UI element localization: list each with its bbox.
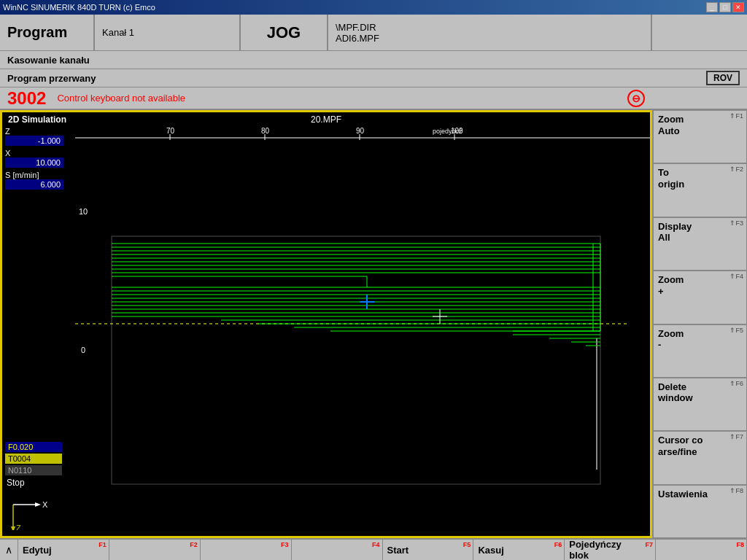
jog-label: JOG: [241, 15, 328, 50]
fkey-delete-window[interactable]: ⇑F6 Deletewindow: [653, 378, 747, 431]
toolbar-arrow-left[interactable]: ∧: [0, 540, 18, 560]
simulation-panel: 2D Simulation 20.MPF Z -1.000 X 10.000 S…: [0, 110, 652, 538]
t-indicator: T0004: [5, 454, 62, 464]
f8-fkey: F8: [736, 541, 744, 548]
f3-fkey: F3: [281, 541, 289, 548]
kasuj-fkey: F6: [554, 541, 562, 548]
fkey-ustawienia[interactable]: ⇑F8 Ustawienia: [653, 485, 747, 538]
coord-x-group: X 10.000: [2, 149, 75, 168]
edytuj-fkey: F1: [98, 541, 107, 548]
right-panel: ⇑F1 ZoomAuto ⇑F2 Toorigin ⇑F3 DisplayAll…: [652, 110, 747, 538]
bottom-indicators: F0.020 T0004 N0110 Stop: [5, 442, 62, 489]
n-indicator: N0110: [5, 465, 62, 475]
scale-ruler: 70 80 90 pojedyńcź 100: [75, 127, 650, 141]
status-rows: Kasowanie kanału Program przerwany ROV: [0, 51, 747, 88]
fkey-zoom-minus[interactable]: ⇑F5 Zoom-: [653, 324, 747, 378]
svg-text:Z: Z: [16, 524, 21, 530]
toolbar-f3[interactable]: F3: [201, 540, 292, 560]
pojedynczy-label: Pojedyńczyblok: [569, 539, 622, 560]
z-label: Z: [2, 127, 75, 136]
kanal-label: Kanał 1: [95, 15, 241, 50]
close-button[interactable]: ✕: [732, 2, 744, 12]
title-bar-buttons: _ □ ✕: [706, 2, 744, 12]
s-value: 6.000: [5, 179, 63, 190]
fkey-display-all[interactable]: ⇑F3 DisplayAll: [653, 217, 747, 271]
error-row: 3002 Control keyboard not available ⊖: [0, 88, 747, 109]
svg-text:X: X: [42, 500, 48, 509]
bottom-toolbar: ∧ Edytuj F1 F2 F3 F4 Start F5 Kasuj F6 P…: [0, 538, 747, 560]
svg-text:70: 70: [166, 127, 175, 135]
stop-label: Stop: [5, 477, 62, 489]
start-fkey: F5: [463, 541, 471, 548]
fkey-shortcut-4: ⇑F4: [729, 273, 743, 280]
y-label-0: 0: [81, 346, 85, 354]
toolbar-kasuj[interactable]: Kasuj F6: [473, 540, 565, 560]
title-bar: WinNC SINUMERIK 840D TURN (c) Emco _ □ ✕: [0, 0, 747, 15]
coord-s-group: S [m/min] 6.000: [2, 171, 75, 190]
coords-overlay: Z -1.000 X 10.000 S [m/min] 6.000: [2, 127, 75, 192]
z-value: -1.000: [5, 136, 63, 146]
minimize-button[interactable]: _: [706, 2, 718, 12]
f4-fkey: F4: [372, 541, 380, 548]
fkey-zoom-plus[interactable]: ⇑F4 Zoom+: [653, 271, 747, 324]
svg-text:90: 90: [356, 127, 365, 135]
status-przerwany: Program przerwany: [7, 73, 96, 84]
s-label: S [m/min]: [2, 171, 75, 179]
error-text: Control keyboard not available: [57, 93, 185, 104]
simulation-svg: [75, 141, 650, 492]
window-title: WinNC SINUMERIK 840D TURN (c) Emco: [3, 3, 155, 12]
error-code: 3002: [7, 88, 46, 109]
fkey-shortcut-7: ⇑F7: [729, 433, 743, 440]
x-value: 10.000: [5, 158, 63, 168]
toolbar-f4[interactable]: F4: [292, 540, 383, 560]
mpf-dir: \MPF.DIR: [336, 22, 643, 33]
x-label: X: [2, 149, 75, 158]
toolbar-pojedynczy[interactable]: Pojedyńczyblok F7: [565, 540, 656, 560]
header-row1: Program Kanał 1 JOG \MPF.DIR ADI6.MPF: [0, 15, 747, 51]
svg-text:100: 100: [451, 127, 463, 135]
program-label: Program: [0, 15, 95, 50]
start-label: Start: [387, 545, 409, 556]
f-indicator: F0.020: [5, 442, 62, 452]
toolbar-start[interactable]: Start F5: [383, 540, 474, 560]
header-section: Program Kanał 1 JOG \MPF.DIR ADI6.MPF Ka…: [0, 15, 747, 110]
error-icon: ⊖: [627, 90, 645, 107]
maximize-button[interactable]: □: [719, 2, 731, 12]
rov-badge: ROV: [706, 71, 740, 85]
mpf-file: ADI6.MPF: [336, 33, 643, 44]
kasuj-label: Kasuj: [478, 545, 503, 556]
svg-marker-50: [35, 502, 41, 507]
fkey-cursor[interactable]: ⇑F7 Cursor coarse/fine: [653, 431, 747, 484]
status-kasowanie: Kasowanie kanału: [7, 55, 90, 66]
mpf-info: \MPF.DIR ADI6.MPF: [328, 15, 652, 50]
toolbar-f8[interactable]: F8: [656, 540, 747, 560]
fkey-to-origin[interactable]: ⇑F2 Toorigin: [653, 163, 747, 217]
right-panel-header: [652, 15, 747, 50]
fkey-shortcut-5: ⇑F5: [729, 327, 743, 334]
sim-file: 20.MPF: [311, 114, 341, 125]
toolbar-f2[interactable]: F2: [109, 540, 201, 560]
f2-fkey: F2: [190, 541, 198, 548]
fkey-shortcut-1: ⇑F1: [729, 112, 743, 120]
toolbar-edytuj[interactable]: Edytuj F1: [18, 540, 109, 560]
svg-text:80: 80: [261, 127, 270, 135]
main-container: Program Kanał 1 JOG \MPF.DIR ADI6.MPF Ka…: [0, 15, 747, 560]
pojedynczy-fkey: F7: [646, 541, 654, 548]
fkey-shortcut-6: ⇑F6: [729, 380, 743, 387]
fkey-shortcut-3: ⇑F3: [729, 219, 743, 227]
status-row-1: Kasowanie kanału: [0, 51, 747, 69]
coord-z-group: Z -1.000: [2, 127, 75, 146]
y-label-10: 10: [79, 207, 88, 216]
content-area: 2D Simulation 20.MPF Z -1.000 X 10.000 S…: [0, 110, 747, 538]
fkey-shortcut-2: ⇑F2: [729, 166, 743, 173]
svg-marker-53: [11, 526, 15, 530]
edytuj-label: Edytuj: [23, 545, 52, 556]
sim-title: 2D Simulation: [2, 112, 72, 127]
fkey-shortcut-8: ⇑F8: [729, 487, 743, 494]
axis-indicator: X Z: [6, 490, 64, 532]
status-row-2: Program przerwany ROV: [0, 69, 747, 88]
fkey-zoom-auto[interactable]: ⇑F1 ZoomAuto: [653, 110, 747, 163]
